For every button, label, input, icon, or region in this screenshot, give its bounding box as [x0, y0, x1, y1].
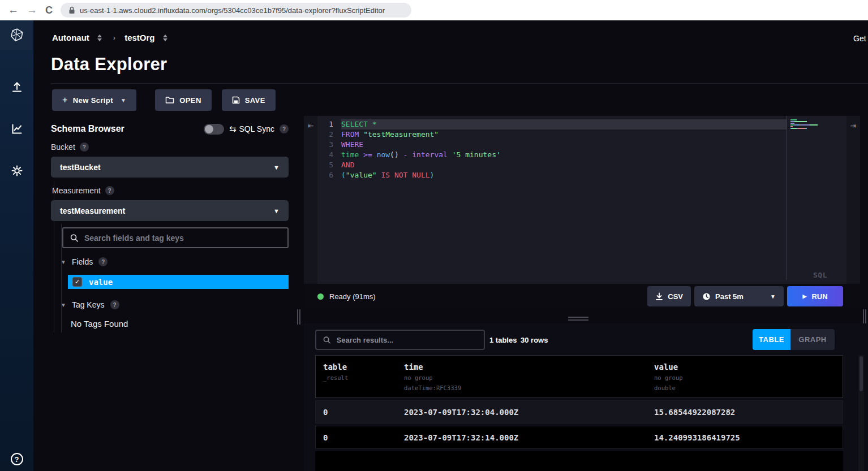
results-scrollbar[interactable]	[858, 355, 864, 471]
graph-icon	[10, 122, 24, 136]
code-line[interactable]: 3WHERE	[317, 140, 846, 150]
line-number: 4	[317, 150, 333, 160]
browser-back-icon[interactable]: ←	[8, 4, 19, 16]
value-checkbox[interactable]: ✓	[72, 277, 82, 287]
results-panel: 1 tables 30 rows TABLE GRAPH table_resul…	[304, 323, 868, 471]
breadcrumb: Autonaut › testOrg	[52, 33, 170, 42]
results-table-body: 02023-07-09T17:32:04.000Z15.685449220872…	[315, 400, 843, 449]
line-number: 1	[317, 119, 333, 129]
collapse-right-icon[interactable]: ⇥	[846, 116, 860, 284]
schema-search-box[interactable]	[62, 227, 289, 248]
url-text: us-east-1-1.aws.cloud2.influxdata.com/or…	[80, 6, 385, 15]
editor-minimap[interactable]	[790, 119, 824, 129]
sql-sync-help-icon[interactable]: ?	[280, 124, 289, 133]
measurement-dropdown[interactable]: testMeasurement ▼	[51, 200, 289, 221]
fields-help-icon[interactable]: ?	[98, 257, 108, 266]
run-button[interactable]: ▶ RUN	[787, 286, 843, 306]
field-item-value[interactable]: ✓ value	[68, 275, 289, 289]
code-area[interactable]: 1SELECT *2FROM "testMeasurement"3WHERE4t…	[317, 116, 846, 284]
sidebar-item-data-explorer[interactable]	[0, 114, 33, 144]
gear-icon	[10, 164, 24, 178]
open-button[interactable]: OPEN	[155, 89, 211, 111]
fields-expander[interactable]: ▼ Fields ?	[61, 257, 108, 266]
address-bar[interactable]: us-east-1-1.aws.cloud2.influxdata.com/or…	[61, 3, 411, 18]
main-content: Autonaut › testOrg Get Data Explorer + N…	[33, 20, 868, 471]
bucket-help-icon[interactable]: ?	[80, 142, 89, 152]
horizontal-splitter-handle[interactable]	[568, 317, 588, 322]
left-splitter-handle[interactable]	[297, 309, 302, 325]
results-search-box[interactable]	[315, 330, 485, 350]
page-title: Data Explorer	[51, 54, 167, 75]
chevron-down-icon: ▼	[273, 164, 280, 171]
get-link[interactable]: Get	[853, 34, 866, 43]
title-divider	[51, 83, 868, 84]
line-number: 2	[317, 129, 333, 140]
code-line[interactable]: 5AND	[317, 160, 846, 170]
search-icon	[70, 234, 79, 243]
tag-keys-label: Tag Keys	[72, 300, 105, 309]
new-script-button[interactable]: + New Script ▼	[52, 89, 136, 111]
breadcrumb-org[interactable]: Autonaut	[52, 33, 89, 42]
results-table-header: table_resulttimeno groupdateTime:RFC3339…	[315, 355, 843, 398]
column-header: valueno groupdouble	[654, 362, 843, 397]
code-line[interactable]: 6("value" IS NOT NULL)	[317, 170, 846, 180]
tab-table[interactable]: TABLE	[753, 329, 790, 350]
tag-keys-expander[interactable]: ▼ Tag Keys ?	[61, 300, 119, 309]
caret-down-icon: ▼	[61, 302, 66, 308]
table-row	[315, 451, 843, 471]
fields-label: Fields	[72, 257, 93, 266]
csv-download-button[interactable]: CSV	[647, 286, 691, 306]
code-line[interactable]: 2FROM "testMeasurement"	[317, 129, 846, 140]
field-value-label: value	[89, 278, 113, 287]
sidebar-item-settings[interactable]	[0, 156, 33, 185]
right-splitter-handle[interactable]	[863, 309, 867, 325]
measurement-help-icon[interactable]: ?	[105, 186, 114, 195]
column-header: table_result	[323, 362, 404, 397]
table-cell: 0	[323, 433, 404, 442]
sql-editor[interactable]: ⇤ 1SELECT *2FROM "testMeasurement"3WHERE…	[304, 116, 860, 284]
table-row[interactable]: 02023-07-09T17:32:14.000Z14.240993186419…	[315, 426, 843, 449]
results-search-input[interactable]	[337, 336, 477, 344]
breadcrumb-suborg[interactable]: testOrg	[124, 33, 154, 42]
time-range-dropdown[interactable]: Past 5m ▼	[694, 286, 784, 306]
sql-sync-label: ⇆ SQL Sync	[229, 124, 274, 134]
measurement-label: Measurement	[52, 186, 101, 195]
code-lines: 1SELECT *2FROM "testMeasurement"3WHERE4t…	[317, 119, 846, 180]
code-line[interactable]: 1SELECT *	[317, 119, 846, 129]
line-number: 5	[317, 160, 333, 170]
language-badge: SQL	[813, 270, 827, 280]
browser-forward-icon[interactable]: →	[27, 4, 37, 16]
suborg-switch-caret-icon[interactable]	[163, 34, 167, 41]
bucket-dropdown[interactable]: testBucket ▼	[51, 157, 289, 178]
collapse-left-icon[interactable]: ⇤	[304, 116, 317, 284]
schema-search-input[interactable]	[84, 234, 281, 243]
view-toggle: TABLE GRAPH	[753, 329, 835, 350]
table-row[interactable]: 02023-07-09T17:32:04.000Z15.685449220872…	[315, 400, 843, 424]
download-icon	[655, 292, 663, 301]
rows-count: 30 rows	[521, 336, 548, 344]
help-icon[interactable]: ?	[11, 453, 23, 465]
tab-graph[interactable]: GRAPH	[790, 329, 835, 350]
nav-rail: ?	[0, 20, 33, 471]
chevron-down-icon: ▼	[273, 208, 280, 214]
table-cell: 2023-07-09T17:32:14.000Z	[404, 433, 654, 442]
org-switch-caret-icon[interactable]	[97, 34, 102, 41]
column-header: timeno groupdateTime:RFC3339	[404, 362, 654, 397]
sql-sync-toggle[interactable]	[204, 124, 224, 135]
scrollbar-thumb[interactable]	[860, 356, 863, 391]
tables-count: 1 tables	[489, 336, 517, 344]
save-button[interactable]: SAVE	[222, 89, 276, 111]
line-number: 6	[317, 170, 333, 180]
plus-icon: +	[62, 95, 68, 105]
code-line[interactable]: 4time >= now() - interval '5 minutes'	[317, 150, 846, 160]
schema-browser: Schema Browser ⇆ SQL Sync ? Bucket ? tes…	[51, 122, 289, 221]
sidebar-item-load-data[interactable]	[0, 72, 33, 102]
tag-keys-help-icon[interactable]: ?	[110, 300, 119, 309]
indent-guide	[61, 224, 62, 332]
status-text: Ready (91ms)	[329, 292, 376, 301]
browser-reload-icon[interactable]: C	[45, 5, 53, 16]
indent-guide	[54, 181, 54, 332]
influxdb-logo[interactable]	[0, 20, 33, 50]
editor-divider	[787, 116, 787, 280]
chevron-down-icon: ▼	[770, 293, 776, 300]
